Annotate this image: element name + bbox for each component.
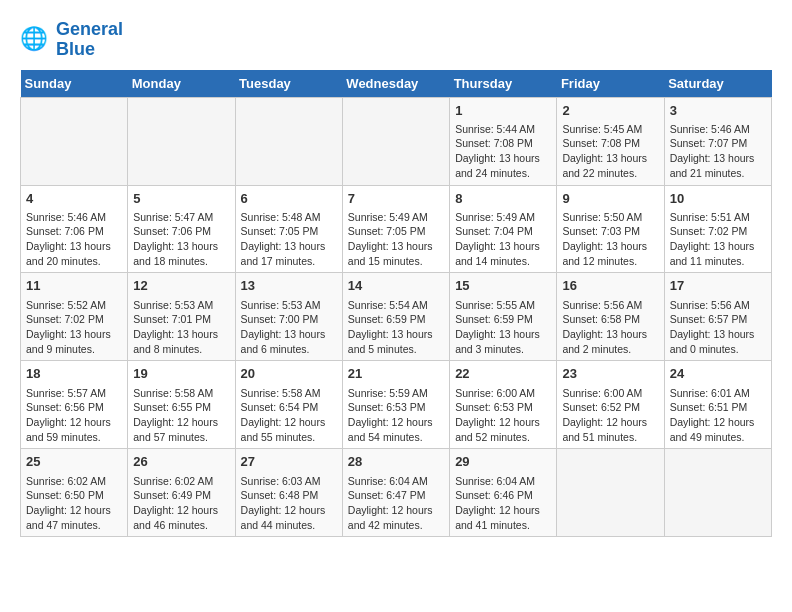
day-info: Sunrise: 6:01 AM Sunset: 6:51 PM Dayligh…	[670, 386, 766, 445]
day-number: 23	[562, 365, 658, 383]
day-number: 17	[670, 277, 766, 295]
day-number: 29	[455, 453, 551, 471]
day-info: Sunrise: 5:55 AM Sunset: 6:59 PM Dayligh…	[455, 298, 551, 357]
day-number: 28	[348, 453, 444, 471]
calendar-cell	[235, 97, 342, 185]
page-header: 🌐 General Blue	[20, 20, 772, 60]
calendar-cell: 5Sunrise: 5:47 AM Sunset: 7:06 PM Daylig…	[128, 185, 235, 273]
day-number: 8	[455, 190, 551, 208]
day-info: Sunrise: 5:44 AM Sunset: 7:08 PM Dayligh…	[455, 122, 551, 181]
calendar-cell: 19Sunrise: 5:58 AM Sunset: 6:55 PM Dayli…	[128, 361, 235, 449]
day-info: Sunrise: 5:56 AM Sunset: 6:58 PM Dayligh…	[562, 298, 658, 357]
calendar-cell: 7Sunrise: 5:49 AM Sunset: 7:05 PM Daylig…	[342, 185, 449, 273]
calendar-cell: 18Sunrise: 5:57 AM Sunset: 6:56 PM Dayli…	[21, 361, 128, 449]
day-number: 22	[455, 365, 551, 383]
day-info: Sunrise: 5:58 AM Sunset: 6:55 PM Dayligh…	[133, 386, 229, 445]
week-row-3: 11Sunrise: 5:52 AM Sunset: 7:02 PM Dayli…	[21, 273, 772, 361]
day-number: 26	[133, 453, 229, 471]
day-info: Sunrise: 5:49 AM Sunset: 7:05 PM Dayligh…	[348, 210, 444, 269]
calendar-cell: 15Sunrise: 5:55 AM Sunset: 6:59 PM Dayli…	[450, 273, 557, 361]
day-number: 25	[26, 453, 122, 471]
calendar-cell: 10Sunrise: 5:51 AM Sunset: 7:02 PM Dayli…	[664, 185, 771, 273]
day-number: 21	[348, 365, 444, 383]
calendar-cell: 11Sunrise: 5:52 AM Sunset: 7:02 PM Dayli…	[21, 273, 128, 361]
day-info: Sunrise: 5:47 AM Sunset: 7:06 PM Dayligh…	[133, 210, 229, 269]
day-info: Sunrise: 6:00 AM Sunset: 6:52 PM Dayligh…	[562, 386, 658, 445]
calendar-cell: 17Sunrise: 5:56 AM Sunset: 6:57 PM Dayli…	[664, 273, 771, 361]
day-info: Sunrise: 5:48 AM Sunset: 7:05 PM Dayligh…	[241, 210, 337, 269]
logo-blue: Blue	[56, 39, 95, 59]
day-number: 16	[562, 277, 658, 295]
day-number: 24	[670, 365, 766, 383]
day-info: Sunrise: 5:56 AM Sunset: 6:57 PM Dayligh…	[670, 298, 766, 357]
day-number: 6	[241, 190, 337, 208]
day-info: Sunrise: 6:00 AM Sunset: 6:53 PM Dayligh…	[455, 386, 551, 445]
calendar-cell: 23Sunrise: 6:00 AM Sunset: 6:52 PM Dayli…	[557, 361, 664, 449]
calendar-table: SundayMondayTuesdayWednesdayThursdayFrid…	[20, 70, 772, 538]
calendar-cell: 29Sunrise: 6:04 AM Sunset: 6:46 PM Dayli…	[450, 449, 557, 537]
day-number: 7	[348, 190, 444, 208]
day-number: 20	[241, 365, 337, 383]
header-thursday: Thursday	[450, 70, 557, 98]
day-info: Sunrise: 5:50 AM Sunset: 7:03 PM Dayligh…	[562, 210, 658, 269]
logo-icon: 🌐	[20, 24, 52, 56]
calendar-cell: 13Sunrise: 5:53 AM Sunset: 7:00 PM Dayli…	[235, 273, 342, 361]
day-info: Sunrise: 5:46 AM Sunset: 7:07 PM Dayligh…	[670, 122, 766, 181]
day-info: Sunrise: 5:54 AM Sunset: 6:59 PM Dayligh…	[348, 298, 444, 357]
day-info: Sunrise: 5:53 AM Sunset: 7:00 PM Dayligh…	[241, 298, 337, 357]
header-wednesday: Wednesday	[342, 70, 449, 98]
day-info: Sunrise: 6:04 AM Sunset: 6:46 PM Dayligh…	[455, 474, 551, 533]
day-number: 13	[241, 277, 337, 295]
day-info: Sunrise: 5:58 AM Sunset: 6:54 PM Dayligh…	[241, 386, 337, 445]
logo-general: General	[56, 19, 123, 39]
calendar-cell	[342, 97, 449, 185]
header-friday: Friday	[557, 70, 664, 98]
calendar-cell: 21Sunrise: 5:59 AM Sunset: 6:53 PM Dayli…	[342, 361, 449, 449]
day-number: 15	[455, 277, 551, 295]
day-info: Sunrise: 6:03 AM Sunset: 6:48 PM Dayligh…	[241, 474, 337, 533]
day-number: 14	[348, 277, 444, 295]
day-number: 4	[26, 190, 122, 208]
logo-text: General Blue	[56, 20, 123, 60]
day-number: 3	[670, 102, 766, 120]
header-tuesday: Tuesday	[235, 70, 342, 98]
calendar-cell: 28Sunrise: 6:04 AM Sunset: 6:47 PM Dayli…	[342, 449, 449, 537]
day-number: 9	[562, 190, 658, 208]
calendar-cell: 16Sunrise: 5:56 AM Sunset: 6:58 PM Dayli…	[557, 273, 664, 361]
day-number: 10	[670, 190, 766, 208]
calendar-cell	[128, 97, 235, 185]
day-number: 11	[26, 277, 122, 295]
calendar-cell	[21, 97, 128, 185]
logo: 🌐 General Blue	[20, 20, 123, 60]
calendar-cell: 20Sunrise: 5:58 AM Sunset: 6:54 PM Dayli…	[235, 361, 342, 449]
day-info: Sunrise: 5:45 AM Sunset: 7:08 PM Dayligh…	[562, 122, 658, 181]
week-row-2: 4Sunrise: 5:46 AM Sunset: 7:06 PM Daylig…	[21, 185, 772, 273]
calendar-cell: 8Sunrise: 5:49 AM Sunset: 7:04 PM Daylig…	[450, 185, 557, 273]
day-info: Sunrise: 5:51 AM Sunset: 7:02 PM Dayligh…	[670, 210, 766, 269]
header-sunday: Sunday	[21, 70, 128, 98]
header-saturday: Saturday	[664, 70, 771, 98]
header-monday: Monday	[128, 70, 235, 98]
day-info: Sunrise: 5:49 AM Sunset: 7:04 PM Dayligh…	[455, 210, 551, 269]
day-number: 1	[455, 102, 551, 120]
day-info: Sunrise: 6:04 AM Sunset: 6:47 PM Dayligh…	[348, 474, 444, 533]
calendar-cell: 14Sunrise: 5:54 AM Sunset: 6:59 PM Dayli…	[342, 273, 449, 361]
calendar-cell: 25Sunrise: 6:02 AM Sunset: 6:50 PM Dayli…	[21, 449, 128, 537]
calendar-cell: 6Sunrise: 5:48 AM Sunset: 7:05 PM Daylig…	[235, 185, 342, 273]
day-info: Sunrise: 5:46 AM Sunset: 7:06 PM Dayligh…	[26, 210, 122, 269]
day-number: 5	[133, 190, 229, 208]
calendar-cell	[664, 449, 771, 537]
day-info: Sunrise: 5:53 AM Sunset: 7:01 PM Dayligh…	[133, 298, 229, 357]
calendar-cell: 4Sunrise: 5:46 AM Sunset: 7:06 PM Daylig…	[21, 185, 128, 273]
day-number: 12	[133, 277, 229, 295]
day-number: 27	[241, 453, 337, 471]
day-number: 19	[133, 365, 229, 383]
calendar-cell: 22Sunrise: 6:00 AM Sunset: 6:53 PM Dayli…	[450, 361, 557, 449]
day-info: Sunrise: 5:57 AM Sunset: 6:56 PM Dayligh…	[26, 386, 122, 445]
day-info: Sunrise: 6:02 AM Sunset: 6:49 PM Dayligh…	[133, 474, 229, 533]
day-number: 2	[562, 102, 658, 120]
calendar-cell: 26Sunrise: 6:02 AM Sunset: 6:49 PM Dayli…	[128, 449, 235, 537]
day-number: 18	[26, 365, 122, 383]
calendar-cell: 1Sunrise: 5:44 AM Sunset: 7:08 PM Daylig…	[450, 97, 557, 185]
week-row-5: 25Sunrise: 6:02 AM Sunset: 6:50 PM Dayli…	[21, 449, 772, 537]
